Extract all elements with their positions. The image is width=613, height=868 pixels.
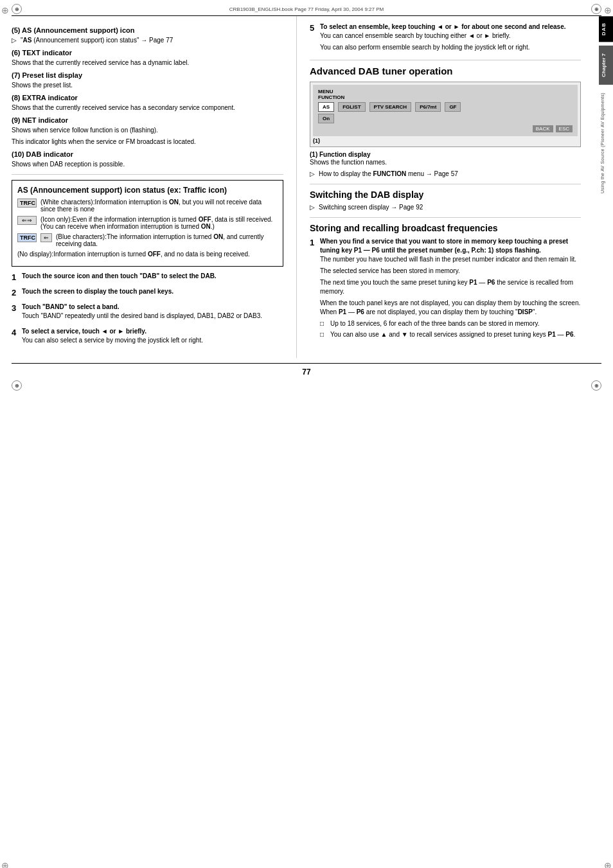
dab-indicator-desc: Shows when DAB reception is possible. [12, 160, 283, 169]
file-info: CRB1903B_ENGLISH.book Page 77 Friday, Ap… [229, 6, 384, 12]
step-1-num: 1 [12, 272, 22, 283]
ann-blue-desc: (Blue characters):The information interr… [56, 233, 278, 247]
step-4-detail: You can also select a service by moving … [22, 336, 283, 345]
storing-detail-1: The number you have touched will flash i… [320, 255, 581, 264]
bullet-1: □ Up to 18 services, 6 for each of the t… [320, 319, 581, 328]
func-back-row: BACK ESC [318, 125, 573, 132]
storing-detail-3: The next time you touch the same preset … [320, 278, 581, 296]
step-1-content: Touch the source icon and then touch "DA… [22, 272, 283, 283]
sq-icon-1: □ [320, 319, 330, 328]
step-2: 2 Touch the screen to display the touch … [12, 287, 283, 299]
arrow-icon-3: ▷ [310, 203, 319, 212]
storing-step-1-content: When you find a service that you want to… [320, 237, 581, 341]
advanced-dab-title: Advanced DAB tuner operation [310, 66, 581, 76]
right-column: 5 To select an ensemble, keep touching ◄… [297, 16, 601, 358]
using-tab: Using the AV Source (Pioneer AV Equipmen… [599, 87, 613, 199]
bullet-2: □ You can also use ▲ and ▼ to recall ser… [320, 330, 581, 339]
icon-only-sym: ⇐⇒ [17, 216, 37, 225]
sidebar-tabs: DAB Chapter 7 Using the AV Source (Pione… [599, 16, 613, 199]
section-preset-list-title: (7) Preset list display [12, 71, 283, 79]
page-wrapper: ⊕ ⊕ ⊕ ⊕ ⊕ CRB1903B_ENGLISH.book Page 77 … [0, 4, 613, 868]
func-btn-p6: P6/7mt [415, 102, 441, 112]
step-4: 4 To select a service, touch ◄ or ► brie… [12, 327, 283, 348]
step-3-content: Touch "BAND" to select a band. Touch "BA… [22, 303, 283, 323]
header-row: ⊕ CRB1903B_ENGLISH.book Page 77 Friday, … [12, 4, 601, 14]
function-display-img: MENUFUNCTION AS FGLIST PTV SEARCH P6/7mt… [310, 82, 581, 147]
step-5-num: 5 [310, 22, 320, 55]
page-num-text: 77 [302, 368, 310, 376]
bullet-1-content: Up to 18 services, 6 for each of the thr… [330, 319, 540, 328]
divider-1 [12, 174, 283, 175]
announcement-title: AS (Announcement support) icon status (e… [17, 186, 278, 195]
ann-nodisplay-desc: (No display):Information interruption is… [17, 251, 250, 258]
func-back-btn: BACK [533, 125, 553, 132]
arr-icon: ⇐ [40, 233, 52, 242]
func-sub-row: On [318, 114, 573, 123]
img-label-1: (1) [313, 137, 578, 144]
step-3-num: 3 [12, 303, 22, 323]
reg-mark-bl: ⊕ [1, 860, 9, 868]
step-3: 3 Touch "BAND" to select a band. Touch "… [12, 303, 283, 323]
step-2-num: 2 [12, 287, 22, 299]
switching-arrow: ▷ Switching screen display → Page 92 [310, 203, 581, 212]
reg-mark-tr: ⊕ [604, 5, 612, 15]
func-btn-gf: GF [445, 102, 461, 112]
preset-list-desc: Shows the preset list. [12, 81, 283, 90]
step-4-content: To select a service, touch ◄ or ► briefl… [22, 327, 283, 348]
net-indicator-desc2: This indicator lights when the service o… [12, 137, 283, 146]
function-img-inner: MENUFUNCTION AS FGLIST PTV SEARCH P6/7mt… [313, 85, 578, 136]
func-btn-row: AS FGLIST PTV SEARCH P6/7mt GF [318, 102, 573, 112]
section-net-indicator-title: (9) NET indicator [12, 116, 283, 124]
step-5-title: To select an ensemble, keep touching ◄ o… [320, 22, 581, 31]
storing-title: Storing and recalling broadcast frequenc… [310, 223, 581, 233]
switching-dab-title: Switching the DAB display [310, 190, 581, 200]
ann-item-nodisplay: (No display):Information interruption is… [17, 251, 278, 258]
text-indicator-desc: Shows that the currently received servic… [12, 58, 283, 67]
step-2-content: Touch the screen to display the touch pa… [22, 287, 283, 299]
storing-detail-2: The selected service has been stored in … [320, 267, 581, 276]
section-text-indicator-title: (6) TEXT indicator [12, 49, 283, 57]
func-btn-ptvsearch: PTV SEARCH [369, 102, 412, 112]
func-btn-on: On [318, 114, 334, 123]
menu-function-label: MENUFUNCTION [318, 89, 573, 100]
step-5-detail1: You can cancel ensemble search by touchi… [320, 31, 581, 40]
divider-2 [310, 60, 581, 60]
storing-step-1-num: 1 [310, 237, 320, 341]
step-4-num: 4 [12, 327, 22, 348]
left-column: (5) AS (Announcement support) icon ▷ "AS… [12, 16, 297, 358]
func-btn-as: AS [318, 102, 334, 112]
step-5-content: To select an ensemble, keep touching ◄ o… [320, 22, 581, 55]
corner-circle-left: ⊕ [12, 4, 22, 14]
bottom-circle-left: ⊕ [12, 380, 22, 391]
section-extra-indicator-title: (8) EXTRA indicator [12, 94, 283, 102]
trfc-white-icon: TRFC [17, 199, 37, 208]
as-icon-arrow: ▷ "AS (Announcement support) icon status… [12, 36, 283, 45]
divider-4 [310, 217, 581, 218]
corner-circle-right: ⊕ [591, 4, 601, 14]
chapter-tab: Chapter 7 [599, 46, 613, 85]
section-as-icon-title: (5) AS (Announcement support) icon [12, 26, 283, 34]
ann-item-icon: ⇐⇒ (Icon only):Even if the information i… [17, 216, 278, 230]
dab-tab: DAB [599, 16, 613, 42]
net-indicator-desc1: Shows when service follow function is on… [12, 126, 283, 135]
ann-item-blue: TRFC ⇐ (Blue characters):The information… [17, 233, 278, 247]
section-dab-indicator-title: (10) DAB indicator [12, 150, 283, 158]
step-3-detail: Touch "BAND" repeatedly until the desire… [22, 312, 283, 321]
step-1: 1 Touch the source icon and then touch "… [12, 272, 283, 283]
bottom-circle-right: ⊕ [591, 380, 601, 391]
func-arrow-content: How to display the FUNCTION menu → Page … [319, 170, 581, 179]
main-layout: (5) AS (Announcement support) icon ▷ "AS… [12, 16, 601, 358]
announcement-section: AS (Announcement support) icon status (e… [12, 180, 283, 267]
ann-item-white: TRFC (White characters):Information inte… [17, 199, 278, 213]
step-5-detail2: You can also perform ensemble search by … [320, 43, 581, 52]
sq-icon-2: □ [320, 330, 330, 339]
storing-detail-4: When the touch panel keys are not displa… [320, 299, 581, 317]
switching-arrow-content: Switching screen display → Page 92 [319, 203, 581, 212]
arrow-icon-2: ▷ [310, 170, 319, 179]
page-number: 77 [0, 364, 613, 380]
divider-3 [310, 184, 581, 184]
step-5: 5 To select an ensemble, keep touching ◄… [310, 22, 581, 55]
bullet-2-content: You can also use ▲ and ▼ to recall servi… [330, 330, 575, 339]
func-arrow-note: ▷ How to display the FUNCTION menu → Pag… [310, 170, 581, 179]
storing-step-1-title: When you find a service that you want to… [320, 237, 581, 255]
